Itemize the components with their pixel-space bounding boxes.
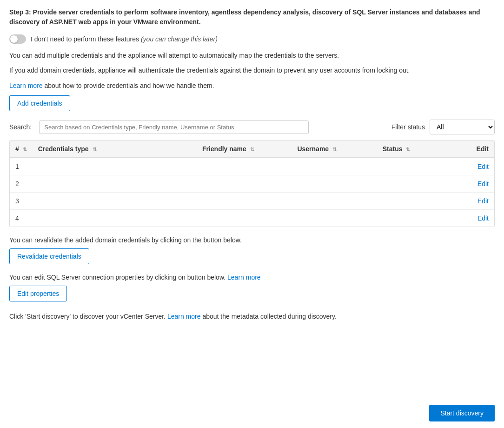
cell-friendly-4 bbox=[197, 210, 292, 227]
col-header-friendly-name: Friendly name ⇅ bbox=[197, 140, 292, 158]
cell-cred-type-1 bbox=[33, 158, 197, 175]
cell-edit-4: Edit bbox=[471, 210, 494, 227]
revalidate-credentials-button[interactable]: Revalidate credentials bbox=[9, 248, 89, 264]
cell-friendly-1 bbox=[197, 158, 292, 175]
cell-friendly-2 bbox=[197, 175, 292, 193]
learn-more-suffix: about how to provide credentials and how… bbox=[43, 82, 214, 89]
discovery-text-before: Click 'Start discovery' to discover your… bbox=[9, 313, 166, 320]
toggle-label: I don't need to perform these features (… bbox=[31, 35, 218, 43]
sql-section: You can edit SQL Server connection prope… bbox=[9, 274, 495, 301]
filter-status-label: Filter status bbox=[391, 123, 425, 131]
toggle-switch[interactable] bbox=[9, 34, 26, 44]
table-row: 3 Edit bbox=[10, 193, 494, 210]
sql-learn-more-link[interactable]: Learn more bbox=[227, 274, 261, 281]
cell-num-1: 1 bbox=[10, 158, 33, 175]
learn-more-row: Learn more about how to provide credenti… bbox=[9, 80, 495, 91]
toggle-row: I don't need to perform these features (… bbox=[9, 34, 495, 44]
cell-username-3 bbox=[292, 193, 377, 210]
revalidate-section: You can revalidate the added domain cred… bbox=[9, 236, 495, 264]
credentials-table: # ⇅ Credentials type ⇅ Friendly name ⇅ U… bbox=[10, 140, 494, 227]
sql-text-before: You can edit SQL Server connection prope… bbox=[9, 274, 225, 281]
cell-edit-3: Edit bbox=[471, 193, 494, 210]
sort-icon-cred[interactable]: ⇅ bbox=[93, 147, 97, 153]
col-header-username: Username ⇅ bbox=[292, 140, 377, 158]
table-body: 1 Edit 2 Edit 3 bbox=[10, 158, 494, 227]
search-row: Search: Filter status All Valid Invalid … bbox=[9, 120, 495, 134]
search-label: Search: bbox=[9, 123, 32, 131]
info-text-2: If you add domain credentials, appliance… bbox=[9, 65, 495, 75]
cell-username-4 bbox=[292, 210, 377, 227]
sort-icon-num[interactable]: ⇅ bbox=[23, 147, 27, 153]
table-row: 1 Edit bbox=[10, 158, 494, 175]
edit-link-3[interactable]: Edit bbox=[477, 197, 489, 205]
cell-num-2: 2 bbox=[10, 175, 33, 193]
cell-username-2 bbox=[292, 175, 377, 193]
discovery-section: Click 'Start discovery' to discover your… bbox=[9, 313, 495, 320]
col-header-status: Status ⇅ bbox=[377, 140, 471, 158]
cell-status-4 bbox=[377, 210, 471, 227]
col-header-num: # ⇅ bbox=[10, 140, 33, 158]
filter-row: Filter status All Valid Invalid Pending bbox=[391, 120, 495, 134]
add-credentials-button[interactable]: Add credentials bbox=[9, 95, 70, 111]
edit-link-2[interactable]: Edit bbox=[477, 180, 489, 187]
discovery-text-after: about the metadata collected during disc… bbox=[202, 313, 336, 320]
cell-username-1 bbox=[292, 158, 377, 175]
table-row: 2 Edit bbox=[10, 175, 494, 193]
filter-status-select[interactable]: All Valid Invalid Pending bbox=[430, 120, 495, 134]
search-input[interactable] bbox=[39, 120, 309, 134]
learn-more-link-1[interactable]: Learn more bbox=[9, 82, 43, 89]
cell-status-3 bbox=[377, 193, 471, 210]
cell-status-1 bbox=[377, 158, 471, 175]
discovery-text: Click 'Start discovery' to discover your… bbox=[9, 313, 495, 320]
cell-edit-2: Edit bbox=[471, 175, 494, 193]
edit-link-4[interactable]: Edit bbox=[477, 214, 489, 222]
cell-num-4: 4 bbox=[10, 210, 33, 227]
sort-icon-username[interactable]: ⇅ bbox=[332, 147, 337, 153]
edit-properties-button[interactable]: Edit properties bbox=[9, 286, 67, 301]
cell-cred-type-4 bbox=[33, 210, 197, 227]
col-header-edit: Edit bbox=[471, 140, 494, 158]
bottom-bar: Start discovery bbox=[0, 398, 504, 428]
credentials-table-container: # ⇅ Credentials type ⇅ Friendly name ⇅ U… bbox=[9, 140, 495, 227]
discovery-learn-more-link[interactable]: Learn more bbox=[167, 313, 201, 320]
cell-friendly-3 bbox=[197, 193, 292, 210]
toggle-thumb bbox=[10, 35, 18, 43]
sort-icon-friendly[interactable]: ⇅ bbox=[250, 147, 254, 153]
cell-edit-1: Edit bbox=[471, 158, 494, 175]
sql-text: You can edit SQL Server connection prope… bbox=[9, 274, 495, 281]
table-row: 4 Edit bbox=[10, 210, 494, 227]
start-discovery-button[interactable]: Start discovery bbox=[429, 405, 495, 421]
cell-cred-type-2 bbox=[33, 175, 197, 193]
cell-status-2 bbox=[377, 175, 471, 193]
edit-link-1[interactable]: Edit bbox=[477, 163, 489, 170]
toggle-track bbox=[9, 34, 26, 44]
cell-num-3: 3 bbox=[10, 193, 33, 210]
col-header-cred-type: Credentials type ⇅ bbox=[33, 140, 197, 158]
step-title: Step 3: Provide server credentials to pe… bbox=[9, 7, 495, 27]
revalidate-text: You can revalidate the added domain cred… bbox=[9, 236, 495, 244]
info-text-1: You can add multiple credentials and the… bbox=[9, 50, 495, 60]
cell-cred-type-3 bbox=[33, 193, 197, 210]
table-header: # ⇅ Credentials type ⇅ Friendly name ⇅ U… bbox=[10, 140, 494, 158]
sort-icon-status[interactable]: ⇅ bbox=[406, 147, 410, 153]
table-header-row: # ⇅ Credentials type ⇅ Friendly name ⇅ U… bbox=[10, 140, 494, 158]
